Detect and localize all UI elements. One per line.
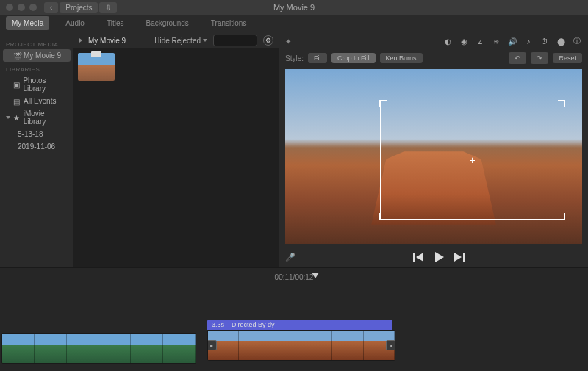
clip-title: Directed By dy [232,321,275,328]
import-button[interactable]: ⇩ [99,2,117,13]
nav-buttons: ‹ Projects ⇩ [44,2,117,13]
sidebar-header-libraries: LIBRARIES [3,65,71,74]
playback-controls [413,252,465,262]
clip-sep: – [224,321,232,328]
photos-icon: ▣ [13,81,20,88]
crop-rectangle[interactable]: + [380,101,564,220]
clip-trim-right[interactable]: ◂ [386,340,395,350]
enhance-icon[interactable]: ✦ [285,37,291,46]
crop-handle-bl[interactable] [379,213,387,220]
tab-backgrounds[interactable]: Backgrounds [140,16,194,30]
sidebar-event-1[interactable]: 5-13-18 [3,128,71,140]
volume-icon[interactable]: 🔊 [507,36,517,46]
viewer-toolbar: ✦ ◐ ◉ ⟀ ≋ 🔊 ♪ ⏱ ⬤ ⓘ [279,32,588,50]
window-title: My Movie 9 [273,3,315,12]
close-window[interactable] [6,4,13,11]
browser-toolbar: My Movie 9 Hide Rejected ⚙ [74,32,279,48]
time-current: 00:11 [275,273,293,281]
timeline-body[interactable]: 3.3s – Directed By dy ▸ ◂ [0,286,588,371]
play-button[interactable] [434,252,444,262]
filter-label: Hide Rejected [154,37,201,45]
clip-duration: 3.3s [212,321,224,328]
style-kenburns-button[interactable]: Ken Burns [380,53,423,63]
browser-body[interactable] [74,48,279,267]
tab-audio[interactable]: Audio [60,16,90,30]
timeline: 00:11 / 00:12 3.3s – Directed By dy ▸ ◂ [0,267,588,371]
crop-center-icon: + [469,154,475,166]
viewer-footer: 🎤 [279,247,588,267]
noise-reduction-icon[interactable]: ♪ [523,36,534,46]
chevron-down-icon [203,39,207,42]
sidebar-item-label: iMovie Library [24,109,68,126]
sidebar-imovie-library[interactable]: ★ iMovie Library [3,107,71,128]
voiceover-icon[interactable]: 🎤 [285,253,295,262]
sidebar-item-label: Photos Library [23,76,68,93]
clapperboard-icon: 🎬 [13,52,21,60]
sidebar-header-project: PROJECT MEDIA [3,40,71,49]
clip-title-bar[interactable]: 3.3s – Directed By dy [207,320,392,330]
tab-transitions[interactable]: Transitions [205,16,253,30]
media-thumbnail[interactable] [78,53,115,81]
crop-handle-tl[interactable] [379,100,387,107]
video-track: 3.3s – Directed By dy ▸ ◂ [0,327,588,368]
rotate-cw-button[interactable]: ↷ [531,52,548,64]
sidebar: PROJECT MEDIA 🎬 My Movie 9 LIBRARIES ▣ P… [0,32,74,267]
playhead-marker[interactable] [312,273,319,278]
timeline-clip-1[interactable] [1,333,196,364]
sidebar-photos-library[interactable]: ▣ Photos Library [3,74,71,95]
calendar-icon: ▤ [13,98,21,105]
info-icon[interactable]: ⓘ [572,36,582,46]
crop-handle-br[interactable] [558,213,565,220]
preview-viewport[interactable]: + [285,69,582,244]
crop-handle-tr[interactable] [558,100,565,107]
speed-icon[interactable]: ⏱ [539,36,550,46]
sidebar-project-label: My Movie 9 [24,51,61,60]
gear-icon: ⚙ [265,37,271,44]
reset-button[interactable]: Reset [553,53,582,63]
time-total: 00:12 [295,273,313,281]
sidebar-item-label: All Events [24,97,56,105]
preview-image: + [285,69,582,244]
prev-frame-button[interactable] [413,253,423,262]
timeline-clip-2[interactable]: ▸ ◂ [207,330,395,361]
settings-menu[interactable]: ⚙ [263,35,273,46]
chevron-right-icon [79,38,82,43]
style-crop-button[interactable]: Crop to Fill [331,53,376,63]
tab-my-media[interactable]: My Media [6,16,49,30]
filter-dropdown[interactable]: Hide Rejected [154,37,207,45]
sidebar-event-2[interactable]: 2019-11-06 [3,140,71,153]
chevron-down-icon [6,116,10,119]
rotate-ccw-button[interactable]: ↶ [509,52,526,64]
sidebar-project[interactable]: 🎬 My Movie 9 [3,49,71,62]
color-correction-icon[interactable]: ◉ [459,36,469,46]
color-balance-icon[interactable]: ◐ [442,36,453,46]
star-icon: ★ [13,114,21,121]
timeline-header: 00:11 / 00:12 [0,268,588,286]
media-browser: My Movie 9 Hide Rejected ⚙ [74,32,279,267]
timeline-clip-2-wrapper: 3.3s – Directed By dy ▸ ◂ [207,320,395,361]
style-fit-button[interactable]: Fit [308,53,327,63]
projects-button[interactable]: Projects [60,2,98,13]
browser-tabbar: My Media Audio Titles Backgrounds Transi… [0,15,588,32]
clip-trim-left[interactable]: ▸ [207,340,217,350]
next-frame-button[interactable] [454,253,465,262]
search-input[interactable] [213,35,257,46]
zoom-window[interactable] [29,4,37,11]
back-button[interactable]: ‹ [44,2,58,13]
crop-icon[interactable]: ⟀ [475,36,485,46]
tab-titles[interactable]: Titles [101,16,130,30]
clip-filter-icon[interactable]: ⬤ [556,36,566,46]
titlebar: ‹ Projects ⇩ My Movie 9 [0,0,588,15]
minimize-window[interactable] [18,4,25,11]
crop-style-bar: Style: Fit Crop to Fill Ken Burns ↶ ↷ Re… [279,50,588,66]
browser-title: My Movie 9 [88,37,126,45]
traffic-lights [6,4,37,11]
viewer-panel: ✦ ◐ ◉ ⟀ ≋ 🔊 ♪ ⏱ ⬤ ⓘ Style: Fit Crop to F… [279,32,588,267]
stabilize-icon[interactable]: ≋ [491,36,501,46]
sidebar-all-events[interactable]: ▤ All Events [3,95,71,107]
style-label: Style: [285,54,304,62]
